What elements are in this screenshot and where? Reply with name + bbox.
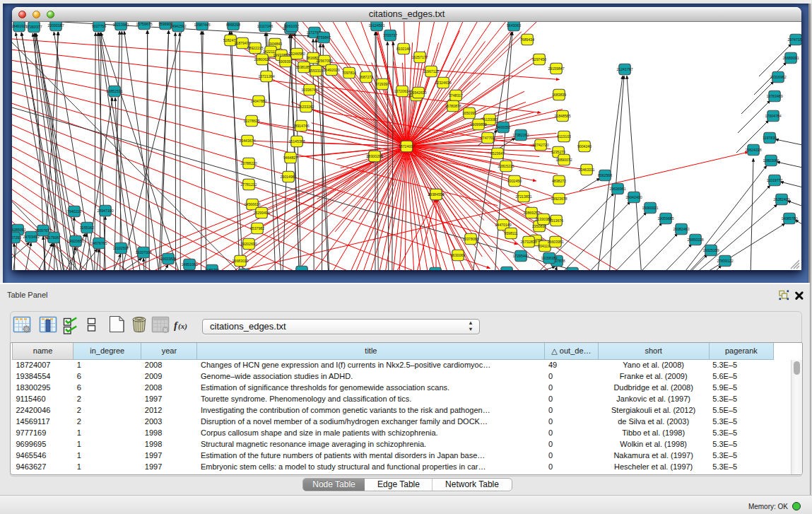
svg-text:17004784: 17004784	[765, 114, 781, 118]
svg-text:11019777: 11019777	[767, 178, 783, 182]
svg-text:16890072: 16890072	[555, 158, 572, 162]
svg-text:15759675: 15759675	[136, 22, 152, 26]
svg-text:19099899: 19099899	[470, 122, 486, 127]
svg-text:14085780: 14085780	[781, 216, 797, 221]
svg-text:19059685: 19059685	[657, 216, 673, 221]
svg-text:29202690: 29202690	[240, 242, 257, 246]
svg-text:8400050: 8400050	[496, 125, 510, 129]
svg-text:12742720: 12742720	[532, 143, 548, 147]
svg-text:3703737: 3703737	[383, 33, 397, 37]
svg-text:13763469: 13763469	[766, 94, 782, 98]
svg-text:6061037: 6061037	[285, 24, 299, 28]
svg-text:24703493: 24703493	[23, 235, 39, 239]
svg-text:25650228: 25650228	[687, 238, 703, 242]
svg-text:26732830: 26732830	[520, 240, 536, 244]
svg-text:18724007: 18724007	[399, 144, 415, 148]
svg-text:12324639: 12324639	[435, 81, 451, 85]
svg-text:9464827: 9464827	[283, 156, 298, 160]
svg-text:10117246: 10117246	[257, 24, 273, 28]
svg-text:6537982: 6537982	[250, 226, 264, 230]
svg-text:12102537: 12102537	[112, 246, 129, 250]
svg-text:16257177: 16257177	[411, 55, 428, 59]
svg-text:1909393: 1909393	[278, 59, 293, 64]
svg-text:1683839: 1683839	[552, 93, 566, 97]
svg-text:15097677: 15097677	[35, 228, 51, 233]
svg-text:23788220: 23788220	[240, 161, 257, 165]
svg-text:10336742: 10336742	[301, 88, 317, 92]
svg-text:22869257: 22869257	[523, 211, 539, 215]
svg-text:13852531: 13852531	[106, 89, 122, 93]
svg-text:10213961: 10213961	[112, 23, 129, 27]
svg-text:26282429: 26282429	[773, 197, 789, 201]
svg-text:29014961: 29014961	[280, 175, 296, 179]
svg-text:8179067: 8179067	[47, 235, 61, 240]
svg-text:1197839: 1197839	[763, 136, 777, 140]
svg-text:24470149: 24470149	[495, 223, 511, 227]
svg-text:9004240: 9004240	[577, 144, 592, 148]
svg-text:4838272: 4838272	[552, 179, 566, 183]
svg-text:26689091: 26689091	[782, 56, 799, 60]
svg-text:14566616: 14566616	[244, 202, 260, 206]
svg-text:20316962: 20316962	[770, 75, 786, 79]
svg-text:15624228: 15624228	[745, 148, 761, 152]
svg-text:29636961: 29636961	[609, 187, 625, 191]
svg-text:19384554: 19384554	[428, 192, 444, 197]
svg-text:20860625: 20860625	[254, 57, 270, 62]
svg-text:9729397: 9729397	[375, 82, 389, 86]
svg-text:6113103: 6113103	[557, 134, 571, 139]
svg-text:26830059: 26830059	[293, 269, 310, 270]
svg-text:16492029: 16492029	[323, 68, 339, 72]
svg-text:29159847: 29159847	[548, 66, 564, 71]
svg-text:1904843: 1904843	[268, 42, 282, 46]
svg-text:18922215: 18922215	[247, 46, 263, 50]
svg-text:27839122: 27839122	[717, 259, 733, 263]
svg-text:25299494: 25299494	[253, 211, 269, 215]
svg-text:29042400: 29042400	[625, 195, 642, 199]
svg-text:12803066: 12803066	[763, 158, 779, 163]
svg-text:19325159: 19325159	[702, 248, 719, 252]
svg-text:24285091: 24285091	[12, 228, 26, 232]
svg-text:12278635: 12278635	[243, 119, 259, 123]
svg-text:3302450: 3302450	[507, 179, 522, 183]
svg-text:17295441: 17295441	[512, 254, 529, 258]
svg-text:6127293: 6127293	[12, 235, 21, 240]
svg-text:26542630: 26542630	[410, 90, 426, 95]
svg-text:19923678: 19923678	[551, 197, 567, 201]
svg-text:16633825: 16633825	[160, 257, 176, 261]
svg-text:9297450: 9297450	[532, 57, 546, 62]
svg-text:16603951: 16603951	[547, 240, 563, 244]
svg-text:10158189: 10158189	[541, 256, 557, 260]
svg-text:22030187: 22030187	[47, 23, 64, 28]
svg-text:10587445: 10587445	[194, 23, 210, 27]
svg-text:8523647: 8523647	[490, 151, 505, 156]
svg-text:21241797: 21241797	[616, 67, 632, 71]
svg-text:5643063: 5643063	[507, 23, 521, 28]
svg-text:14047882: 14047882	[250, 99, 266, 103]
svg-text:9598111: 9598111	[504, 231, 518, 235]
svg-text:14951068: 14951068	[181, 262, 197, 267]
svg-text:15060021: 15060021	[642, 206, 658, 210]
svg-text:28914746: 28914746	[293, 124, 309, 128]
svg-text:1650395: 1650395	[462, 111, 476, 115]
svg-text:21330385: 21330385	[535, 217, 551, 221]
svg-text:18491919: 18491919	[12, 24, 28, 28]
svg-text:22567099: 22567099	[316, 59, 332, 63]
svg-text:3748317: 3748317	[449, 93, 463, 98]
svg-text:26233262: 26233262	[298, 105, 314, 109]
svg-text:27781212: 27781212	[240, 182, 257, 187]
svg-text:5235273: 5235273	[551, 150, 565, 154]
svg-text:(x): (x)	[178, 322, 187, 331]
svg-text:22815215: 22815215	[498, 164, 514, 168]
svg-text:2747702: 2747702	[481, 136, 495, 140]
svg-text:17260377: 17260377	[25, 25, 42, 29]
svg-text:24942592: 24942592	[170, 24, 186, 28]
svg-text:7940210: 7940210	[67, 209, 81, 214]
svg-text:16780878: 16780878	[445, 104, 461, 108]
svg-text:8868298: 8868298	[226, 23, 240, 27]
svg-text:8102140: 8102140	[396, 47, 411, 51]
svg-text:3089290: 3089290	[205, 268, 219, 270]
svg-text:17382262: 17382262	[512, 133, 529, 137]
svg-text:21879478: 21879478	[234, 41, 250, 45]
svg-text:23443674: 23443674	[239, 139, 255, 143]
svg-text:5553319: 5553319	[309, 69, 323, 73]
